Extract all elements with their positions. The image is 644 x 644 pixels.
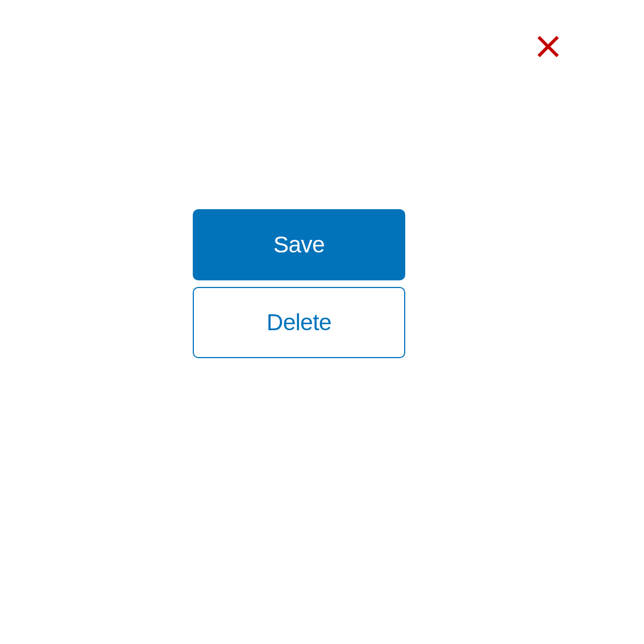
save-button[interactable]: Save: [193, 209, 405, 280]
close-icon: [536, 34, 561, 59]
button-group: Save Delete: [193, 209, 405, 358]
close-button[interactable]: [534, 33, 562, 60]
save-button-label: Save: [273, 232, 325, 258]
delete-button[interactable]: Delete: [193, 287, 405, 358]
delete-button-label: Delete: [267, 309, 331, 336]
